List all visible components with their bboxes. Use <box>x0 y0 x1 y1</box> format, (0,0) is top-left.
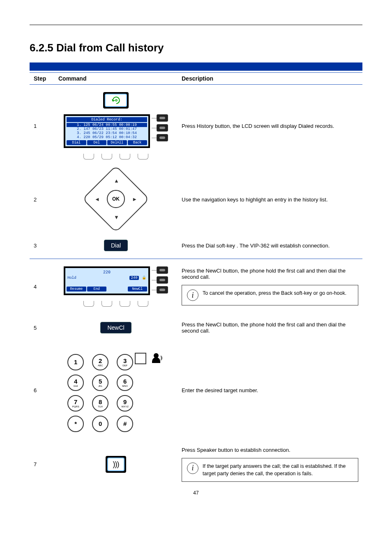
step-desc: Press the NewCl button, the phone hold t… <box>178 314 362 341</box>
softkey-shape <box>83 154 94 160</box>
table-title-bar <box>30 62 362 71</box>
table-row: 4 220 Hold 240 <box>30 259 362 314</box>
softkey-shape <box>120 154 130 160</box>
lock-icon: 🔒 <box>142 276 146 280</box>
step-desc: Press History button, the LCD screen wil… <box>178 85 362 167</box>
lcd-softkey: Back <box>128 140 148 145</box>
lcd-softkey: Del <box>87 140 107 145</box>
list-item: 2. 147 06/23 11:45 00:01:47 <box>67 127 147 131</box>
dial-softkey[interactable]: Dial <box>104 240 128 251</box>
line-key-icon <box>157 134 168 141</box>
softkey-shape <box>101 154 112 160</box>
ok-button[interactable]: OK <box>107 190 125 208</box>
steps-table: Step Command Description 1 <box>30 72 362 489</box>
table-row: 1 <box>30 85 362 167</box>
section-title: 6.2.5 Dial from Call history <box>30 42 362 54</box>
blank-key-icon <box>135 353 146 364</box>
info-icon: i <box>187 462 198 474</box>
list-item: 3. 245 06/22 23:54 00:10:54 <box>67 131 147 135</box>
key-7[interactable]: 7PQRS <box>67 395 84 412</box>
key-1[interactable]: 1 <box>67 354 84 370</box>
key-8[interactable]: 8TUV <box>92 395 108 412</box>
lcd-softkey: Dial <box>67 140 86 145</box>
line-key-icon <box>157 276 168 284</box>
step-desc: Press the Dial soft-key . The VIP-362 wi… <box>178 232 362 259</box>
lcd-softkey: DelAll <box>107 140 127 145</box>
softkey-shape <box>138 301 148 307</box>
speaker-button[interactable]: ))) <box>106 456 127 473</box>
top-rule <box>30 25 362 25</box>
line-key-icon <box>157 124 168 132</box>
step-num: 3 <box>30 232 54 259</box>
line-key-icon <box>157 286 168 294</box>
key-2[interactable]: 2ABC <box>92 354 108 370</box>
voice-icon: ⸩ <box>152 353 164 364</box>
lcd-status: Hold <box>67 276 76 280</box>
key-4[interactable]: 4GHI <box>67 375 84 391</box>
line-key-icon <box>157 266 168 274</box>
dial-keypad[interactable]: 1 2ABC 3DEF 4GHI 5JKL 6MNO 7PQRS 8TUV 9W… <box>67 354 133 432</box>
arrow-up-icon[interactable]: ▲ <box>114 178 119 184</box>
step-desc: Press the NewCl button, the phone hold t… <box>182 268 358 280</box>
lcd-title: Dialed Record: <box>67 117 147 122</box>
key-pound[interactable]: # <box>117 416 133 432</box>
lcd-softkey: NewCl <box>128 287 148 291</box>
page-number: 47 <box>193 490 198 496</box>
list-item: 1. 125 06/24 00:55 00:00:19 <box>67 123 147 127</box>
lcd-softkey: Resume <box>67 287 86 291</box>
arrow-down-icon[interactable]: ▼ <box>114 214 119 220</box>
arrow-left-icon[interactable]: ◄ <box>95 196 100 202</box>
col-command: Command <box>54 73 178 85</box>
info-box: i To cancel the operation, press the Bac… <box>182 285 358 305</box>
step-desc: Press Speaker button to establish connec… <box>182 447 358 453</box>
key-3[interactable]: 3DEF <box>117 354 133 370</box>
softkey-shape <box>101 301 112 307</box>
key-6[interactable]: 6MNO <box>117 375 133 391</box>
col-step: Step <box>30 73 54 85</box>
lcd-softkey <box>107 287 127 291</box>
lcd-badge: 240 <box>129 276 138 280</box>
table-row: 2 OK ▲ ▼ ◄ ► Use the navigation keys to … <box>30 167 362 232</box>
key-5[interactable]: 5JKL <box>92 375 108 391</box>
step-desc: Use the navigation keys to highlight an … <box>178 167 362 232</box>
step-num: 7 <box>30 439 54 489</box>
table-row: 3 Dial Press the Dial soft-key . The VIP… <box>30 232 362 259</box>
info-text: If the target party answers the call; th… <box>203 462 353 477</box>
lcd-dialed-record: Dialed Record: 1. 125 06/24 00:55 00:00:… <box>64 114 168 160</box>
navigation-pad[interactable]: OK ▲ ▼ ◄ ► <box>91 174 141 224</box>
key-0[interactable]: 0 <box>92 416 108 432</box>
list-item: 4. 220 05/29 05:12 00:04:32 <box>67 135 147 139</box>
speaker-icon: ))) <box>113 460 119 469</box>
arrow-right-icon[interactable]: ► <box>132 196 137 202</box>
table-row: 7 ))) Press Speaker button to establish … <box>30 439 362 489</box>
step-num: 6 <box>30 341 54 439</box>
info-icon: i <box>187 289 198 301</box>
softkey-shape <box>138 154 148 160</box>
lcd-ext: 220 <box>67 269 147 275</box>
step-num: 1 <box>30 85 54 167</box>
col-desc: Description <box>178 73 362 85</box>
key-9[interactable]: 9WXYZ <box>117 395 133 412</box>
table-row: 6 1 2ABC 3DEF 4GHI 5JKL 6MNO 7PQRS 8TUV … <box>30 341 362 439</box>
step-num: 4 <box>30 259 54 314</box>
key-star[interactable]: * <box>67 416 84 432</box>
lcd-softkey: End <box>87 287 107 291</box>
svg-point-0 <box>115 99 117 101</box>
softkey-shape <box>83 301 94 307</box>
step-desc: Enter the desired target number. <box>178 341 362 439</box>
step-num: 5 <box>30 314 54 341</box>
softkey-shape <box>120 301 130 307</box>
history-icon <box>111 96 121 104</box>
step-num: 2 <box>30 167 54 232</box>
line-key-icon <box>157 114 168 122</box>
history-button[interactable] <box>103 92 129 109</box>
newcl-softkey[interactable]: NewCl <box>100 322 131 333</box>
info-box: i If the target party answers the call; … <box>182 458 358 482</box>
lcd-hold: 220 Hold 240 🔒 R <box>64 266 168 307</box>
info-text: To cancel the operation, press the Back … <box>203 289 346 297</box>
table-row: 5 NewCl Press the NewCl button, the phon… <box>30 314 362 341</box>
